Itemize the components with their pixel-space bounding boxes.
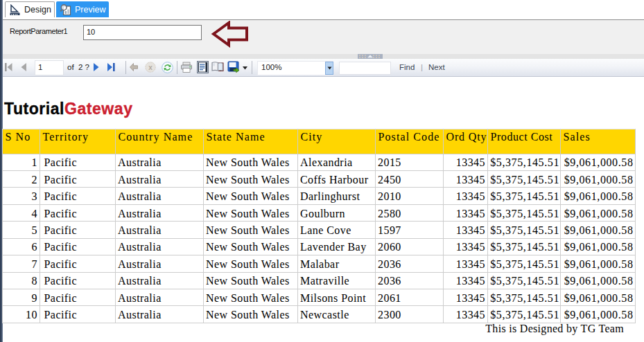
svg-text:x: x bbox=[148, 64, 153, 71]
